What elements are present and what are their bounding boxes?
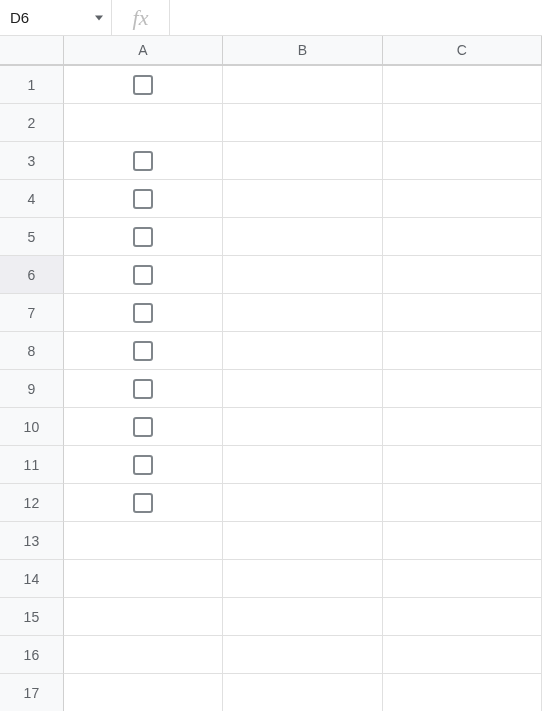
checkbox[interactable] (133, 151, 153, 171)
table-row: 8 (0, 332, 542, 370)
checkbox[interactable] (133, 189, 153, 209)
table-row: 3 (0, 142, 542, 180)
row-header[interactable]: 13 (0, 522, 64, 560)
table-row: 5 (0, 218, 542, 256)
row-header[interactable]: 2 (0, 104, 64, 142)
spreadsheet-grid: A B C 1234567891011121314151617 (0, 36, 542, 711)
cell[interactable] (64, 142, 223, 180)
cell[interactable] (383, 446, 542, 484)
cell[interactable] (223, 370, 382, 408)
row-header[interactable]: 15 (0, 598, 64, 636)
cell[interactable] (64, 522, 223, 560)
checkbox[interactable] (133, 379, 153, 399)
cell[interactable] (383, 180, 542, 218)
cell[interactable] (383, 408, 542, 446)
row-header[interactable]: 14 (0, 560, 64, 598)
row-header[interactable]: 7 (0, 294, 64, 332)
table-row: 12 (0, 484, 542, 522)
cell[interactable] (64, 218, 223, 256)
cell[interactable] (223, 104, 382, 142)
cell[interactable] (223, 636, 382, 674)
cell[interactable] (383, 636, 542, 674)
cell[interactable] (64, 370, 223, 408)
formula-input[interactable] (170, 0, 542, 35)
cell[interactable] (64, 484, 223, 522)
cell[interactable] (383, 674, 542, 711)
row-header[interactable]: 3 (0, 142, 64, 180)
cell[interactable] (383, 598, 542, 636)
select-all-corner[interactable] (0, 36, 64, 65)
name-box[interactable]: D6 (0, 0, 112, 35)
cell[interactable] (383, 218, 542, 256)
cell[interactable] (383, 522, 542, 560)
checkbox[interactable] (133, 455, 153, 475)
cell[interactable] (223, 332, 382, 370)
cell[interactable] (383, 332, 542, 370)
row-header[interactable]: 1 (0, 66, 64, 104)
cell[interactable] (223, 180, 382, 218)
fx-icon[interactable]: fx (112, 0, 170, 35)
column-label: B (298, 42, 307, 58)
chevron-down-icon[interactable] (95, 15, 103, 20)
checkbox[interactable] (133, 265, 153, 285)
row-header[interactable]: 5 (0, 218, 64, 256)
row-header[interactable]: 4 (0, 180, 64, 218)
cell[interactable] (64, 180, 223, 218)
table-row: 16 (0, 636, 542, 674)
row-header[interactable]: 12 (0, 484, 64, 522)
checkbox[interactable] (133, 417, 153, 437)
cell[interactable] (223, 142, 382, 180)
row-header[interactable]: 17 (0, 674, 64, 711)
cell[interactable] (64, 598, 223, 636)
cell[interactable] (64, 256, 223, 294)
cell[interactable] (64, 294, 223, 332)
formula-bar: D6 fx (0, 0, 542, 36)
checkbox[interactable] (133, 303, 153, 323)
cell[interactable] (223, 560, 382, 598)
fx-label: fx (133, 5, 149, 31)
row-header[interactable]: 8 (0, 332, 64, 370)
column-header-a[interactable]: A (64, 36, 223, 65)
cell[interactable] (383, 256, 542, 294)
row-header[interactable]: 9 (0, 370, 64, 408)
cell[interactable] (223, 446, 382, 484)
cell[interactable] (223, 598, 382, 636)
column-header-c[interactable]: C (383, 36, 542, 65)
row-header[interactable]: 6 (0, 256, 64, 294)
cell[interactable] (64, 332, 223, 370)
column-headers: A B C (0, 36, 542, 66)
checkbox[interactable] (133, 341, 153, 361)
cell[interactable] (223, 66, 382, 104)
cell[interactable] (383, 104, 542, 142)
cell[interactable] (64, 104, 223, 142)
cell[interactable] (223, 484, 382, 522)
cell[interactable] (223, 218, 382, 256)
cell[interactable] (223, 408, 382, 446)
checkbox[interactable] (133, 75, 153, 95)
table-row: 17 (0, 674, 542, 711)
cell[interactable] (64, 674, 223, 711)
column-label: C (457, 42, 467, 58)
cell[interactable] (383, 560, 542, 598)
checkbox[interactable] (133, 227, 153, 247)
cell[interactable] (223, 522, 382, 560)
row-header[interactable]: 10 (0, 408, 64, 446)
cell[interactable] (64, 408, 223, 446)
cell[interactable] (383, 142, 542, 180)
row-header[interactable]: 11 (0, 446, 64, 484)
cell[interactable] (383, 294, 542, 332)
cell[interactable] (64, 446, 223, 484)
cell[interactable] (223, 674, 382, 711)
cell[interactable] (383, 370, 542, 408)
cell[interactable] (383, 66, 542, 104)
column-header-b[interactable]: B (223, 36, 382, 65)
cell[interactable] (383, 484, 542, 522)
table-row: 9 (0, 370, 542, 408)
checkbox[interactable] (133, 493, 153, 513)
cell[interactable] (223, 294, 382, 332)
cell[interactable] (64, 66, 223, 104)
cell[interactable] (64, 560, 223, 598)
cell[interactable] (223, 256, 382, 294)
row-header[interactable]: 16 (0, 636, 64, 674)
cell[interactable] (64, 636, 223, 674)
